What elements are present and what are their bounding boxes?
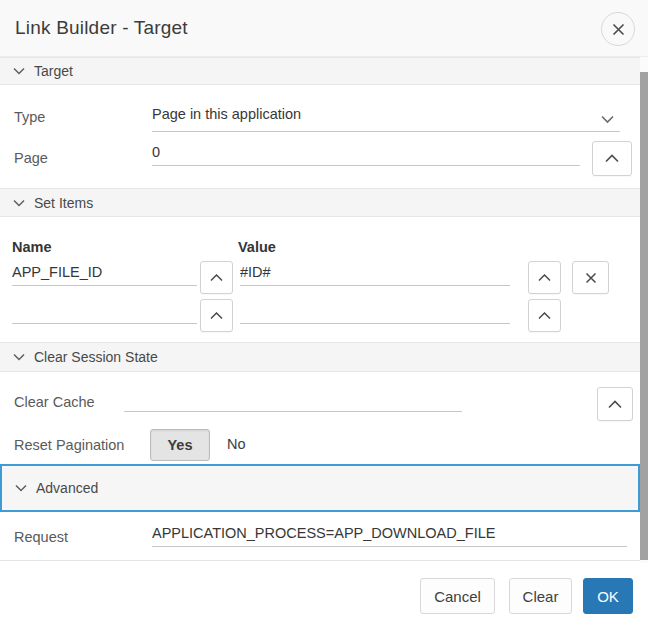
- section-label: Set Items: [34, 195, 93, 211]
- set-item-name-input[interactable]: [12, 260, 197, 286]
- page-lov-button[interactable]: [592, 141, 632, 176]
- section-label: Target: [34, 63, 73, 79]
- section-header-set-items[interactable]: Set Items: [0, 188, 640, 217]
- reset-pagination-no-button[interactable]: No: [227, 436, 246, 452]
- remove-set-item-button[interactable]: [572, 261, 609, 294]
- value-column-header: Value: [238, 239, 276, 255]
- scrollbar-thumb[interactable]: [640, 72, 648, 560]
- chevron-down-icon: [15, 484, 27, 492]
- footer-divider: [0, 560, 648, 561]
- chevron-up-icon: [210, 312, 223, 320]
- close-button[interactable]: [601, 12, 635, 46]
- set-item-value-input[interactable]: [240, 298, 510, 324]
- clear-cache-label: Clear Cache: [14, 394, 95, 410]
- section-label: Clear Session State: [34, 349, 158, 365]
- chevron-down-icon: [13, 353, 25, 361]
- set-item-value-input[interactable]: [240, 260, 510, 286]
- chevron-up-icon: [210, 274, 223, 282]
- section-header-target[interactable]: Target: [0, 57, 640, 85]
- request-input[interactable]: [152, 521, 627, 547]
- set-item-value-lov-button[interactable]: [528, 261, 561, 294]
- type-select[interactable]: Page in this application: [152, 101, 620, 132]
- chevron-up-icon: [538, 312, 551, 320]
- type-select-value: Page in this application: [152, 106, 301, 122]
- type-label: Type: [14, 109, 45, 125]
- link-builder-dialog: Link Builder - Target Target Type Page i…: [0, 0, 648, 628]
- request-label: Request: [14, 529, 68, 545]
- set-item-name-lov-button[interactable]: [200, 299, 233, 332]
- chevron-up-icon: [538, 274, 551, 282]
- dialog-title: Link Builder - Target: [15, 17, 188, 39]
- set-item-name-lov-button[interactable]: [200, 261, 233, 294]
- close-icon: [612, 23, 625, 36]
- chevron-down-icon: [13, 67, 25, 75]
- section-header-clear-session-state[interactable]: Clear Session State: [0, 342, 640, 372]
- chevron-down-icon: [13, 199, 25, 207]
- clear-cache-input[interactable]: [124, 386, 462, 412]
- chevron-up-icon: [605, 154, 619, 163]
- reset-pagination-label: Reset Pagination: [14, 437, 124, 453]
- page-input[interactable]: [152, 140, 580, 166]
- scrollbar-track: [640, 57, 648, 563]
- cancel-button[interactable]: Cancel: [420, 578, 495, 614]
- ok-button[interactable]: OK: [583, 578, 633, 614]
- section-header-advanced[interactable]: Advanced: [0, 464, 640, 512]
- set-item-value-lov-button[interactable]: [528, 299, 561, 332]
- reset-pagination-yes-button[interactable]: Yes: [150, 429, 210, 461]
- section-label: Advanced: [36, 480, 98, 496]
- chevron-up-icon: [608, 400, 622, 409]
- chevron-down-icon: [601, 110, 614, 128]
- clear-cache-lov-button[interactable]: [597, 387, 633, 421]
- x-icon: [585, 272, 597, 284]
- name-column-header: Name: [12, 239, 52, 255]
- clear-button[interactable]: Clear: [509, 578, 572, 614]
- page-label: Page: [14, 150, 48, 166]
- dialog-header: Link Builder - Target: [0, 0, 648, 57]
- set-item-name-input[interactable]: [12, 298, 197, 324]
